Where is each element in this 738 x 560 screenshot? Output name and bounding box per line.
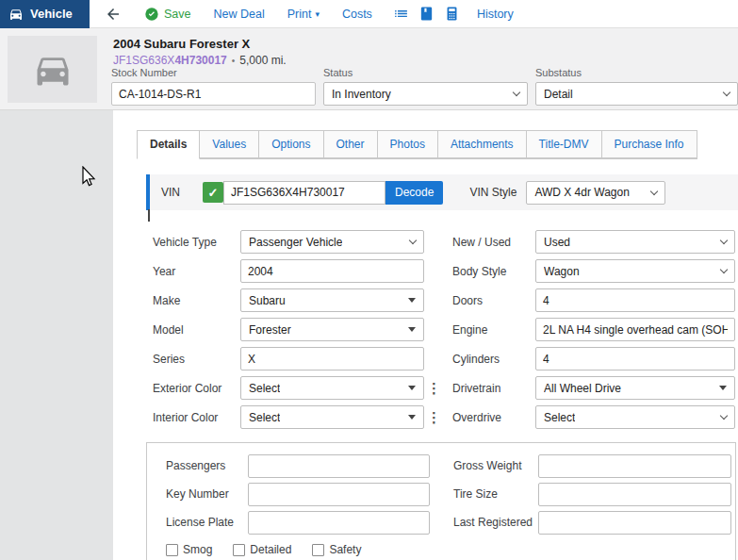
vehicle-form: Vehicle Type Passenger Vehicle New / Use… [153, 230, 738, 429]
vin-decode-bar: VIN ✓ Decode VIN Style AWD X 4dr Wagon [146, 174, 738, 210]
cylinders-input[interactable] [535, 347, 735, 371]
tab-title-dmv[interactable]: Title-DMV [527, 130, 602, 158]
vin-style-select[interactable]: AWD X 4dr Wagon [526, 181, 665, 205]
save-check-icon [144, 7, 159, 22]
form-row: Vehicle Type Passenger Vehicle New / Use… [153, 230, 738, 254]
tire-size-label: Tire Size [453, 487, 538, 501]
chevron-down-icon [650, 187, 658, 194]
vehicle-type-label: Vehicle Type [153, 236, 240, 249]
decode-button[interactable]: Decode [385, 181, 443, 205]
print-label: Print [287, 8, 312, 21]
top-toolbar: Vehicle Save New Deal Print ▾ Costs Hist… [0, 0, 738, 28]
vehicle-summary-header: 2004 Subaru Forester X JF1SG636X4H730017… [0, 28, 738, 110]
chevron-down-icon [409, 237, 417, 244]
new-used-select[interactable]: Used [535, 230, 735, 254]
triangle-down-icon [408, 327, 416, 332]
chevron-down-icon [723, 89, 730, 96]
print-menu-button[interactable]: Print ▾ [287, 8, 320, 21]
body-style-select[interactable]: Wagon [535, 259, 735, 283]
vin-style-label: VIN Style [469, 186, 517, 199]
interior-color-label: Interior Color [153, 411, 240, 424]
triangle-down-icon [408, 415, 416, 420]
form-row: Interior Color Select ⋮ Overdrive Select [153, 405, 738, 429]
tab-attachments[interactable]: Attachments [438, 130, 527, 158]
form-row: Model Forester Engine [153, 318, 738, 341]
vehicle-details-panel: Details Values Options Other Photos Atta… [113, 110, 738, 560]
passengers-input[interactable] [248, 454, 430, 478]
form-row: Key Number Tire Size [166, 483, 735, 505]
detailed-checkbox[interactable]: Detailed [233, 543, 291, 556]
form-row: Exterior Color Select ⋮ Drivetrain All W… [153, 376, 738, 400]
tab-photos[interactable]: Photos [378, 130, 438, 158]
car-icon [32, 49, 74, 91]
calculator-icon[interactable] [444, 6, 460, 22]
key-number-label: Key Number [166, 487, 248, 501]
vehicle-photo-placeholder[interactable] [8, 36, 97, 103]
vehicle-menu-button[interactable]: Vehicle [0, 0, 90, 28]
interior-color-select[interactable]: Select [240, 405, 424, 429]
vin-input[interactable] [223, 181, 385, 205]
brand-label: Vehicle [30, 7, 73, 21]
form-row: Make Subaru Doors [153, 288, 738, 312]
drivetrain-select[interactable]: All Wheel Drive [535, 376, 735, 400]
interior-color-menu-button[interactable]: ⋮ [427, 405, 436, 429]
series-label: Series [153, 353, 240, 366]
car-icon [8, 7, 24, 22]
triangle-down-icon [408, 298, 416, 303]
vehicle-type-select[interactable]: Passenger Vehicle [240, 230, 424, 254]
triangle-down-icon [719, 386, 727, 390]
chevron-down-icon [720, 412, 728, 420]
license-plate-label: License Plate [166, 516, 248, 529]
notebook-icon[interactable] [418, 6, 435, 22]
model-select[interactable]: Forester [240, 318, 424, 341]
vin-label: VIN [161, 186, 189, 199]
engine-input[interactable] [535, 318, 735, 341]
model-label: Model [153, 323, 240, 337]
last-registered-input[interactable] [538, 511, 731, 535]
gross-weight-input[interactable] [538, 454, 731, 478]
stock-number-input[interactable] [111, 82, 316, 106]
history-link[interactable]: History [477, 8, 514, 21]
save-label: Save [164, 8, 191, 21]
overdrive-select[interactable]: Select [535, 405, 735, 429]
year-input[interactable] [240, 259, 424, 283]
form-row: License Plate Last Registered [166, 511, 735, 534]
last-registered-label: Last Registered [453, 516, 538, 529]
body-style-label: Body Style [452, 265, 535, 278]
form-row: Passengers Gross Weight [166, 454, 735, 477]
back-button[interactable] [105, 6, 122, 23]
make-select[interactable]: Subaru [240, 288, 424, 312]
list-icon[interactable] [393, 6, 409, 22]
doors-input[interactable] [535, 288, 735, 312]
save-button[interactable]: Save [144, 7, 191, 22]
tab-details[interactable]: Details [137, 130, 200, 159]
stock-number-label: Stock Number [111, 67, 316, 78]
license-plate-input[interactable] [248, 511, 430, 535]
exterior-color-menu-button[interactable]: ⋮ [427, 376, 436, 400]
chevron-down-icon [720, 266, 728, 273]
passengers-label: Passengers [166, 459, 248, 472]
status-label: Status [323, 67, 528, 78]
tab-other[interactable]: Other [324, 130, 378, 158]
overdrive-label: Overdrive [452, 411, 535, 424]
vin-valid-check-icon: ✓ [203, 182, 223, 203]
doors-label: Doors [452, 294, 535, 307]
substatus-group: Substatus Detail [535, 67, 738, 106]
smog-checkbox[interactable]: Smog [166, 543, 212, 556]
costs-link[interactable]: Costs [342, 8, 372, 21]
checkbox-icon [312, 544, 324, 556]
tab-options[interactable]: Options [259, 130, 323, 158]
key-number-input[interactable] [248, 483, 430, 506]
vehicle-title: 2004 Subaru Forester X [113, 37, 250, 51]
status-select[interactable]: In Inventory [323, 82, 528, 106]
tab-values[interactable]: Values [200, 130, 259, 158]
exterior-color-select[interactable]: Select [240, 376, 424, 400]
substatus-select[interactable]: Detail [535, 82, 738, 106]
tab-purchase-info[interactable]: Purchase Info [602, 130, 697, 158]
new-used-label: New / Used [452, 236, 535, 249]
cylinders-label: Cylinders [452, 353, 535, 366]
new-deal-link[interactable]: New Deal [214, 8, 265, 21]
series-input[interactable] [240, 347, 424, 371]
tire-size-input[interactable] [538, 483, 731, 506]
safety-checkbox[interactable]: Safety [312, 543, 361, 556]
